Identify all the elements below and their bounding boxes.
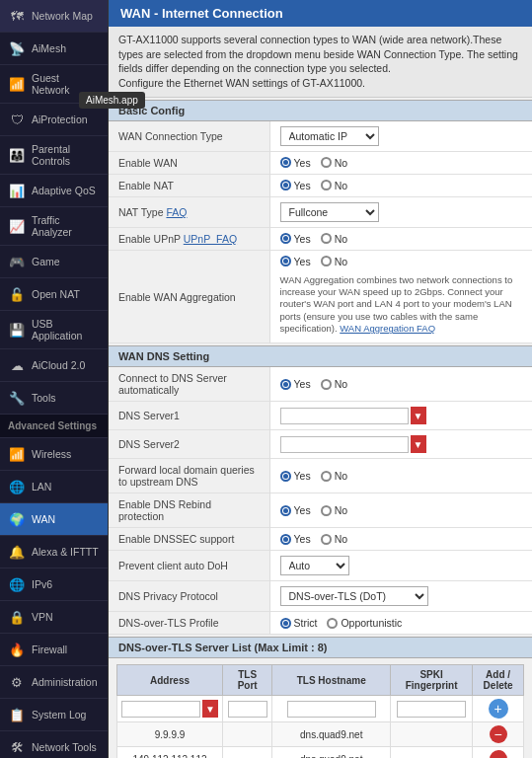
dnssec-yes[interactable]: Yes: [280, 533, 311, 545]
sidebar-item-parental-controls[interactable]: 👨‍👩‍👧 Parental Controls: [0, 136, 108, 175]
table-row: Enable WAN Aggregation Yes No WAN Aggreg…: [109, 250, 532, 343]
sidebar-item-administration[interactable]: ⚙ Administration: [0, 666, 108, 699]
dns1-input[interactable]: [280, 408, 409, 424]
new-hostname-input[interactable]: [287, 701, 376, 718]
enable-wan-radio: Yes No: [280, 157, 522, 169]
alexa-icon: 🔔: [8, 543, 26, 561]
table-row: Enable DNSSEC support Yes No: [109, 528, 532, 551]
dns-tls-row: 9.9.9.9 dns.quad9.net −: [117, 722, 524, 747]
table-row: Enable UPnP UPnP_FAQ Yes No: [109, 227, 532, 250]
aiprotection-icon: 🛡: [8, 111, 26, 128]
dns2-arrow[interactable]: ▼: [411, 435, 426, 453]
basic-config-table: WAN Connection Type Automatic IP Enable …: [109, 121, 532, 344]
wan-type-value: Automatic IP: [269, 121, 532, 152]
open-nat-icon: 🔓: [8, 285, 26, 303]
doh-select[interactable]: Auto: [280, 556, 349, 575]
dnssec-radio: Yes No: [280, 533, 522, 545]
remove-dns-button[interactable]: −: [490, 750, 507, 758]
upnp-faq-link[interactable]: UPnP_FAQ: [184, 233, 237, 245]
sidebar-item-lan[interactable]: 🌐 LAN: [0, 471, 108, 503]
vpn-icon: 🔒: [8, 608, 26, 626]
sidebar-item-adaptive-qos[interactable]: 📊 Adaptive QoS: [0, 175, 108, 207]
sidebar-item-alexa[interactable]: 🔔 Alexa & IFTTT: [0, 536, 108, 568]
remove-dns-button[interactable]: −: [490, 725, 507, 743]
wan-agg-no[interactable]: No: [321, 256, 347, 267]
page-title: WAN - Internet Connection: [109, 0, 532, 27]
sidebar: 🗺 Network Map 📡 AiMesh AiMesh.app 📶 Gues…: [0, 0, 109, 758]
sidebar-item-ipv6[interactable]: 🌐 IPv6: [0, 568, 108, 601]
sidebar-item-aimesh[interactable]: 📡 AiMesh AiMesh.app: [0, 33, 108, 65]
dot-profile-radio: Strict Opportunistic: [280, 617, 522, 629]
wan-agg-radio: Yes No: [280, 256, 522, 267]
dns-auto-label: Connect to DNS Server automatically: [109, 367, 269, 402]
table-row: Connect to DNS Server automatically Yes …: [109, 367, 532, 402]
upnp-no[interactable]: No: [321, 233, 347, 245]
fwd-dns-radio: Yes No: [280, 470, 522, 482]
sidebar-item-vpn[interactable]: 🔒 VPN: [0, 601, 108, 634]
new-address-arrow[interactable]: ▼: [202, 700, 218, 718]
nat-yes[interactable]: Yes: [280, 180, 311, 191]
ipv6-icon: 🌐: [8, 575, 26, 593]
sidebar-item-wireless[interactable]: 📶 Wireless: [0, 438, 108, 471]
sidebar-item-tools[interactable]: 🔧 Tools: [0, 382, 108, 415]
add-dns-button[interactable]: +: [489, 699, 508, 719]
sidebar-item-wan[interactable]: 🌍 WAN: [0, 503, 108, 536]
nat-type-select[interactable]: Fullcone: [280, 202, 379, 222]
dns2-input-wrap: ▼: [280, 435, 522, 453]
table-row: Enable WAN Yes No: [109, 151, 532, 174]
dns2-label: DNS Server2: [109, 430, 269, 459]
sidebar-item-usb[interactable]: 💾 USB Application: [0, 311, 108, 349]
lan-icon: 🌐: [8, 478, 26, 495]
main-content: WAN - Internet Connection GT-AX11000 sup…: [109, 0, 532, 758]
new-address-input[interactable]: [121, 701, 200, 718]
network-map-icon: 🗺: [8, 7, 26, 25]
dns2-input[interactable]: [280, 436, 409, 453]
dnssec-no[interactable]: No: [321, 533, 347, 545]
enable-wan-label: Enable WAN: [109, 151, 269, 174]
radio-dot-no: [321, 157, 332, 168]
sidebar-item-system-log[interactable]: 📋 System Log: [0, 699, 108, 731]
wan-agg-yes[interactable]: Yes: [280, 256, 311, 267]
aicloud-icon: ☁: [8, 356, 26, 374]
upnp-yes[interactable]: Yes: [280, 233, 311, 245]
col-address: Address: [117, 665, 223, 696]
dns-auto-yes[interactable]: Yes: [280, 378, 311, 390]
dot-opportunistic[interactable]: Opportunistic: [327, 617, 402, 629]
rebind-no[interactable]: No: [321, 504, 347, 516]
enable-nat-radio: Yes No: [280, 180, 522, 191]
wan-type-select[interactable]: Automatic IP: [280, 126, 379, 146]
dns-rebind-label: Enable DNS Rebind protection: [109, 493, 269, 528]
table-row: Forward local domain queries to upstream…: [109, 459, 532, 493]
sidebar-item-traffic-analyzer[interactable]: 📈 Traffic Analyzer: [0, 207, 108, 246]
firewall-icon: 🔥: [8, 641, 26, 658]
rebind-yes[interactable]: Yes: [280, 504, 311, 516]
table-row: Enable DNS Rebind protection Yes No: [109, 493, 532, 528]
enable-wan-yes[interactable]: Yes: [280, 157, 311, 169]
dns-privacy-select[interactable]: DNS-over-TLS (DoT): [280, 586, 428, 606]
sidebar-item-network-map[interactable]: 🗺 Network Map: [0, 0, 108, 33]
parental-icon: 👨‍👩‍👧: [8, 146, 26, 164]
new-spki-input[interactable]: [397, 701, 466, 718]
usb-icon: 💾: [8, 321, 26, 339]
dot-strict[interactable]: Strict: [280, 617, 318, 629]
wan-agg-faq-link[interactable]: WAN Aggregation FAQ: [340, 323, 435, 334]
dnssec-label: Enable DNSSEC support: [109, 528, 269, 551]
sidebar-item-game[interactable]: 🎮 Game: [0, 246, 108, 278]
nat-faq-link[interactable]: FAQ: [166, 206, 187, 218]
table-row: Prevent client auto DoH Auto: [109, 551, 532, 581]
sidebar-item-open-nat[interactable]: 🔓 Open NAT: [0, 278, 108, 311]
enable-wan-no[interactable]: No: [321, 157, 347, 169]
nettools-icon: 🛠: [8, 738, 26, 756]
new-port-input[interactable]: [228, 701, 267, 718]
table-row: DNS-over-TLS Profile Strict Opportunisti…: [109, 612, 532, 635]
fwd-yes[interactable]: Yes: [280, 470, 311, 482]
dns-auto-no[interactable]: No: [321, 378, 347, 390]
fwd-no[interactable]: No: [321, 470, 347, 482]
page-description: GT-AX11000 supports several connection t…: [109, 27, 532, 98]
sidebar-item-firewall[interactable]: 🔥 Firewall: [0, 634, 108, 666]
sidebar-item-aicloud[interactable]: ☁ AiCloud 2.0: [0, 349, 108, 382]
nat-no[interactable]: No: [321, 180, 347, 191]
dns1-arrow[interactable]: ▼: [411, 407, 426, 424]
doh-label: Prevent client auto DoH: [109, 551, 269, 581]
sidebar-item-network-tools[interactable]: 🛠 Network Tools: [0, 731, 108, 758]
